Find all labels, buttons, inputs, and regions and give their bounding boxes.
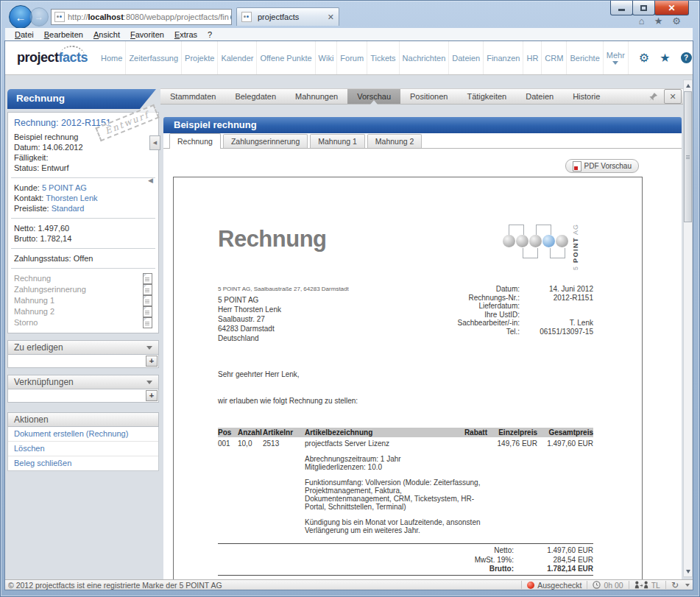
menu-favoriten[interactable]: Favoriten <box>125 30 169 39</box>
close-button[interactable]: ✕ <box>654 1 689 15</box>
checked-out-icon <box>527 582 534 589</box>
invoice-meta: Datum:14. Juni 2012 Rechnungs-Nr.:2012-R… <box>458 285 594 336</box>
payment-status: Zahlungsstatus: Offen <box>14 253 152 264</box>
doc-link-mahnung-1[interactable]: Mahnung 1 <box>14 295 152 306</box>
favorites-star-icon[interactable]: ★ <box>660 51 670 65</box>
menu-help[interactable]: ? <box>202 30 217 39</box>
url-protocol: http:// <box>68 13 88 21</box>
browser-tab[interactable]: projectfacts ✕ <box>236 7 339 26</box>
pdf-preview-button[interactable]: PDF Vorschau <box>565 159 639 173</box>
pdf-icon <box>573 161 581 172</box>
tab-dateien[interactable]: Dateien <box>516 89 563 104</box>
nav-item-tickets[interactable]: Tickets <box>367 41 398 74</box>
tab-close-icon[interactable]: ✕ <box>328 13 334 22</box>
links-input-row <box>7 389 159 403</box>
copyright-text: © 2012 projectfacts ist eine registriert… <box>8 581 521 590</box>
todo-input[interactable] <box>9 356 145 367</box>
menu-datei[interactable]: Datei <box>10 30 39 39</box>
scroll-up-arrow[interactable] <box>684 80 692 91</box>
nav-item-forum[interactable]: Forum <box>336 41 367 74</box>
nav-item-hr[interactable]: HR <box>523 41 541 74</box>
sidebar-banner: Rechnung <box>7 89 159 109</box>
user-switcher[interactable]: TL <box>629 580 665 590</box>
doctab-rechnung[interactable]: Rechnung <box>169 133 221 149</box>
maximize-button[interactable] <box>632 1 655 15</box>
statusbar-caret-icon[interactable] <box>685 584 690 587</box>
nav-item-zeiterfassung[interactable]: Zeiterfassung <box>125 41 181 74</box>
invoice-status: Status: Entwurf <box>14 163 152 173</box>
tab-historie[interactable]: Historie <box>563 89 609 104</box>
add-link-button[interactable] <box>146 390 158 401</box>
address-bar[interactable]: http://localhost:8080/webapp/projectfact… <box>51 9 232 25</box>
doc-link-mahnung-2[interactable]: Mahnung 2 <box>14 306 152 317</box>
clock-icon <box>593 581 601 589</box>
customer-link[interactable]: 5 POINT AG <box>42 183 87 192</box>
sidebar-collapse-handle[interactable]: ◀ <box>149 135 160 150</box>
gross-amount: Brutto: 1.782,14 <box>14 233 152 244</box>
nav-item-dateien[interactable]: Dateien <box>448 41 483 74</box>
nav-item-finanzen[interactable]: Finanzen <box>483 41 523 74</box>
nav-item-crm[interactable]: CRM <box>541 41 566 74</box>
tab-positionen[interactable]: Positionen <box>400 89 457 104</box>
close-record-button[interactable]: ✕ <box>664 89 682 104</box>
pdf-icon[interactable] <box>143 317 152 328</box>
action-delete[interactable]: Löschen <box>8 442 158 456</box>
reload-session[interactable]: ↻ <box>666 580 684 590</box>
help-icon[interactable]: ? <box>681 52 692 63</box>
home-icon[interactable]: ⌂ <box>639 15 645 27</box>
doc-link-rechnung[interactable]: Rechnung <box>14 273 152 284</box>
doctab-mahnung-2[interactable]: Mahnung 2 <box>367 134 423 148</box>
menu-bearbeiten[interactable]: Bearbeiten <box>39 30 88 39</box>
nav-item-projekte[interactable]: Projekte <box>181 41 217 74</box>
favorites-star-icon[interactable]: ★ <box>654 15 663 27</box>
search-icon[interactable] <box>230 13 232 21</box>
minimize-button[interactable] <box>610 1 633 15</box>
checkout-status[interactable]: Ausgecheckt <box>522 580 587 590</box>
vertical-scrollbar[interactable] <box>683 80 693 577</box>
divider <box>11 218 155 219</box>
doctab-zahlungserinnerung[interactable]: Zahlungserinnerung <box>223 134 308 148</box>
nav-item-offene-punkte[interactable]: Offene Punkte <box>256 41 314 74</box>
links-section-header[interactable]: Verknüpfungen <box>7 375 159 389</box>
tab-stammdaten[interactable]: Stammdaten <box>160 89 225 104</box>
chevron-down-icon <box>146 381 152 384</box>
tab-belegdaten[interactable]: Belegdaten <box>225 89 286 104</box>
tab-taetigkeiten[interactable]: Tätigkeiten <box>457 89 516 104</box>
forward-button[interactable]: → <box>29 7 49 27</box>
nav-item-wiki[interactable]: Wiki <box>315 41 337 74</box>
contact-link[interactable]: Thorsten Lenk <box>46 194 97 202</box>
pricelist-link[interactable]: Standard <box>52 204 85 213</box>
nav-item-berichte[interactable]: Berichte <box>566 41 602 74</box>
action-create-document[interactable]: Dokument erstellen (Rechnung) <box>8 427 158 442</box>
pdf-icon[interactable] <box>143 284 152 295</box>
doc-link-zahlungserinnerung[interactable]: Zahlungserinnerung <box>14 284 152 295</box>
doctab-mahnung-1[interactable]: Mahnung 1 <box>310 134 365 148</box>
recipient-address: 5 POINT AG Herr Thorsten Lenk Saalbaustr… <box>218 295 281 343</box>
todo-section-header[interactable]: Zu erledigen <box>7 340 159 355</box>
pdf-icon[interactable] <box>143 273 152 284</box>
pdf-icon[interactable] <box>143 295 152 306</box>
totals-block: Netto:1.497,60 EUR MwSt. 19%:284,54 EUR … <box>475 546 593 574</box>
pin-icon[interactable] <box>648 92 658 102</box>
settings-gear-icon[interactable]: ⚙ <box>639 51 649 65</box>
time-tracker[interactable]: 0h 00 <box>587 580 628 590</box>
tab-mahnungen[interactable]: Mahnungen <box>286 89 347 104</box>
menu-ansicht[interactable]: Ansicht <box>88 30 125 39</box>
action-close-record[interactable]: Beleg schließen <box>8 456 158 470</box>
tab-vorschau[interactable]: Vorschau <box>347 89 400 104</box>
nav-item-home[interactable]: Home <box>98 41 125 74</box>
menu-extras[interactable]: Extras <box>169 30 202 39</box>
panel-collapse-icon[interactable]: ◀ <box>148 177 153 184</box>
links-input[interactable] <box>9 390 145 401</box>
nav-item-mehr[interactable]: Mehr <box>603 41 628 74</box>
add-todo-button[interactable] <box>146 356 158 367</box>
scrollbar-thumb[interactable] <box>684 91 692 222</box>
pdf-icon[interactable] <box>143 306 152 317</box>
doc-link-storno[interactable]: Storno <box>14 317 152 328</box>
tools-gear-icon[interactable]: ⚙ <box>672 15 681 27</box>
scroll-down-arrow[interactable] <box>684 566 692 576</box>
app-navbar: projectfacts Home Zeiterfassung Projekte… <box>5 41 693 75</box>
nav-item-nachrichten[interactable]: Nachrichten <box>399 41 449 74</box>
projectfacts-logo[interactable]: projectfacts <box>5 41 98 74</box>
nav-item-kalender[interactable]: Kalender <box>217 41 256 74</box>
